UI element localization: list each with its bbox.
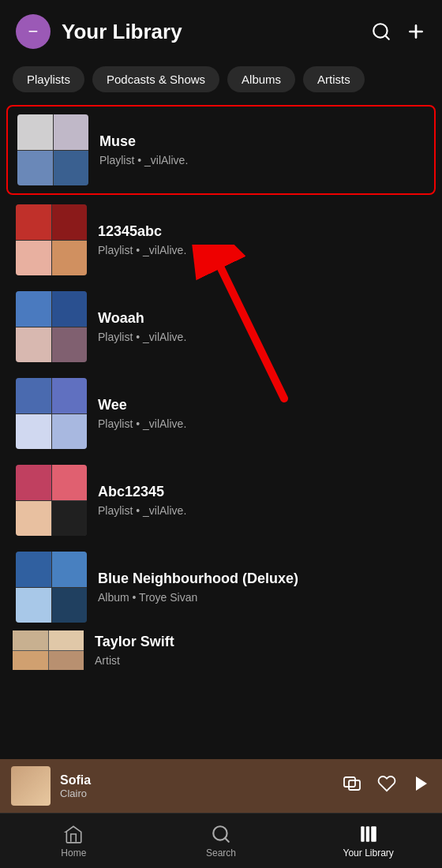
now-playing-title: Sofia bbox=[60, 773, 333, 788]
svg-marker-8 bbox=[416, 776, 427, 791]
filter-podcasts[interactable]: Podcasts & Shows bbox=[92, 66, 219, 92]
blue-neighbourhood-info: Blue Neighbourhood (Deluxe) Album • Troy… bbox=[98, 571, 298, 604]
library-item-taylor-swift[interactable]: Taylor Swift Artist bbox=[0, 630, 442, 670]
wee-meta: Playlist • _vilAlive. bbox=[98, 417, 186, 430]
heart-icon bbox=[377, 774, 396, 793]
taylor-swift-info: Taylor Swift Artist bbox=[95, 634, 174, 667]
taylor-swift-meta: Artist bbox=[95, 654, 174, 667]
nav-search[interactable]: Search bbox=[148, 817, 295, 865]
svg-line-10 bbox=[225, 838, 229, 842]
muse-meta: Playlist • _vilAlive. bbox=[99, 154, 188, 166]
like-button[interactable] bbox=[377, 774, 396, 798]
nav-home[interactable]: Home bbox=[0, 817, 148, 865]
play-button[interactable] bbox=[412, 774, 431, 798]
svg-line-1 bbox=[385, 36, 389, 39]
woaah-title: Woaah bbox=[98, 310, 186, 327]
filter-albums[interactable]: Albums bbox=[227, 66, 295, 92]
bottom-nav: Home Search Your Library bbox=[0, 813, 442, 868]
nav-library-label: Your Library bbox=[343, 847, 394, 859]
nav-search-label: Search bbox=[206, 847, 236, 859]
12345abc-title: 12345abc bbox=[98, 223, 186, 240]
now-playing-thumbnail bbox=[11, 766, 51, 806]
now-playing-info: Sofia Clairo bbox=[60, 773, 333, 799]
wee-thumbnail bbox=[16, 378, 87, 449]
svg-rect-6 bbox=[344, 777, 355, 787]
connect-device-icon bbox=[343, 774, 361, 793]
header: − Your Library bbox=[0, 0, 442, 60]
library-list: Muse Playlist • _vilAlive. 12345abc Play… bbox=[0, 103, 442, 670]
connect-device-button[interactable] bbox=[343, 774, 361, 798]
nav-your-library[interactable]: Your Library bbox=[294, 817, 442, 865]
woaah-info: Woaah Playlist • _vilAlive. bbox=[98, 310, 186, 343]
abc12345-info: Abc12345 Playlist • _vilAlive. bbox=[98, 484, 186, 517]
svg-rect-11 bbox=[361, 826, 364, 842]
add-button[interactable] bbox=[406, 21, 426, 42]
muse-thumbnail bbox=[17, 114, 88, 185]
avatar[interactable]: − bbox=[16, 14, 51, 49]
library-item-muse[interactable]: Muse Playlist • _vilAlive. bbox=[6, 105, 436, 195]
header-left: − Your Library bbox=[16, 14, 182, 49]
header-icons bbox=[371, 21, 426, 42]
blue-neighbourhood-meta: Album • Troye Sivan bbox=[98, 591, 298, 604]
muse-info: Muse Playlist • _vilAlive. bbox=[99, 133, 188, 166]
library-item-wee[interactable]: Wee Playlist • _vilAlive. bbox=[3, 370, 439, 457]
filter-tabs: Playlists Podcasts & Shows Albums Artist… bbox=[0, 60, 442, 103]
library-item-abc12345[interactable]: Abc12345 Playlist • _vilAlive. bbox=[3, 457, 439, 544]
12345abc-meta: Playlist • _vilAlive. bbox=[98, 244, 186, 256]
woaah-meta: Playlist • _vilAlive. bbox=[98, 331, 186, 343]
abc12345-meta: Playlist • _vilAlive. bbox=[98, 504, 186, 517]
blue-neighbourhood-title: Blue Neighbourhood (Deluxe) bbox=[98, 571, 298, 587]
library-item-blue-neighbourhood[interactable]: Blue Neighbourhood (Deluxe) Album • Troy… bbox=[3, 544, 439, 630]
now-playing-bar[interactable]: Sofia Clairo bbox=[0, 759, 442, 813]
12345abc-info: 12345abc Playlist • _vilAlive. bbox=[98, 223, 186, 256]
home-icon bbox=[63, 824, 84, 844]
now-playing-controls bbox=[343, 774, 431, 798]
play-icon bbox=[412, 774, 431, 793]
search-button[interactable] bbox=[371, 21, 391, 42]
svg-rect-13 bbox=[371, 826, 376, 842]
filter-playlists[interactable]: Playlists bbox=[13, 66, 84, 92]
woaah-thumbnail bbox=[16, 291, 87, 362]
library-item-woaah[interactable]: Woaah Playlist • _vilAlive. bbox=[3, 283, 439, 370]
nav-search-icon bbox=[211, 824, 231, 844]
library-icon bbox=[358, 824, 379, 844]
filter-artists[interactable]: Artists bbox=[303, 66, 365, 92]
page-title: Your Library bbox=[62, 20, 182, 44]
muse-title: Muse bbox=[99, 133, 188, 150]
wee-title: Wee bbox=[98, 397, 186, 413]
abc12345-title: Abc12345 bbox=[98, 484, 186, 500]
abc12345-thumbnail bbox=[16, 465, 87, 536]
12345abc-thumbnail bbox=[16, 204, 87, 275]
search-icon bbox=[371, 21, 391, 42]
add-icon bbox=[406, 21, 426, 42]
taylor-swift-title: Taylor Swift bbox=[95, 634, 174, 650]
nav-home-label: Home bbox=[61, 847, 86, 859]
library-item-12345abc[interactable]: 12345abc Playlist • _vilAlive. bbox=[3, 196, 439, 283]
wee-info: Wee Playlist • _vilAlive. bbox=[98, 397, 186, 430]
blue-neighbourhood-thumbnail bbox=[16, 552, 87, 623]
now-playing-artist: Clairo bbox=[60, 788, 333, 799]
svg-rect-7 bbox=[349, 780, 360, 790]
svg-rect-12 bbox=[365, 826, 369, 842]
taylor-swift-thumbnail bbox=[13, 630, 84, 670]
